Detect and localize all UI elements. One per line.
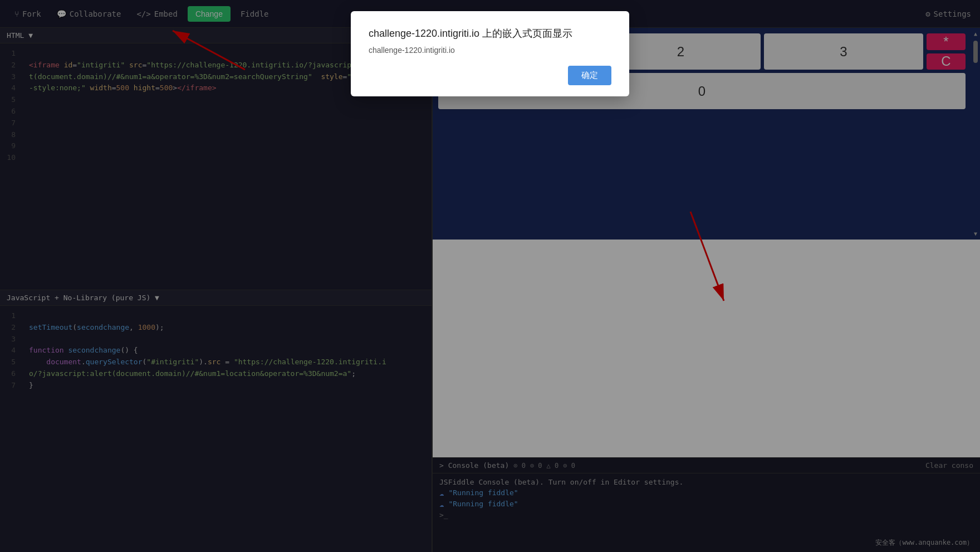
modal-confirm-button[interactable]: 确定	[568, 66, 611, 85]
modal-actions: 确定	[369, 66, 611, 85]
modal-dialog: challenge-1220.intigriti.io 上的嵌入式页面显示 ch…	[351, 11, 629, 96]
modal-title: challenge-1220.intigriti.io 上的嵌入式页面显示	[369, 27, 611, 40]
modal-overlay: challenge-1220.intigriti.io 上的嵌入式页面显示 ch…	[0, 0, 980, 552]
modal-url: challenge-1220.intigriti.io	[369, 46, 611, 55]
